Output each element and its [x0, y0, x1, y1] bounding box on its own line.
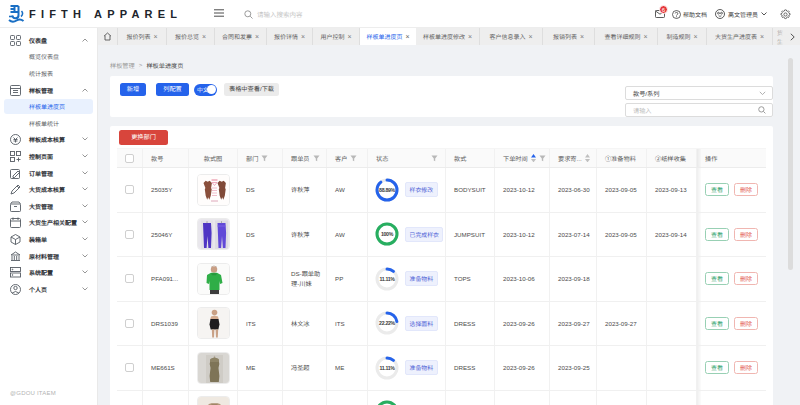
sidebar-item[interactable]: 个人页	[0, 281, 97, 298]
progress-ring: 100%	[374, 399, 400, 405]
column-header-label: 跟单员	[291, 154, 310, 163]
tab-close-icon[interactable]: ×	[468, 33, 472, 40]
breadcrumb-section[interactable]: 样板管理	[110, 61, 135, 70]
sidebar-item[interactable]: 大货成本核算	[0, 181, 97, 198]
menu-collapse-icon[interactable]	[214, 9, 224, 17]
tab-scroll-right-icon[interactable]	[785, 28, 800, 45]
add-button[interactable]: 新增	[120, 83, 146, 96]
notifications-button[interactable]: 6	[655, 10, 665, 18]
tab-item[interactable]: 客户信息录入×	[480, 28, 543, 45]
sidebar-item[interactable]: 样板成本核算	[0, 132, 97, 149]
tab-item[interactable]: 报价列表×	[118, 28, 167, 45]
sidebar-item[interactable]: 概览仪表盘	[0, 49, 97, 66]
tab-item[interactable]: 报价详情×	[267, 28, 313, 45]
tab-item[interactable]: 用户控制×	[313, 28, 360, 45]
column-config-button[interactable]: 列配置	[156, 83, 189, 96]
filter-button[interactable]	[350, 155, 357, 162]
tab-item[interactable]: 查看详细规则×	[595, 28, 658, 45]
delete-button[interactable]: 删除	[734, 272, 758, 285]
style-image[interactable]	[197, 396, 230, 405]
tab-close-icon[interactable]: ×	[255, 33, 259, 40]
filter-button[interactable]	[431, 155, 438, 162]
style-image[interactable]	[197, 218, 230, 250]
tab-close-icon[interactable]: ×	[405, 33, 409, 40]
row-checkbox[interactable]	[125, 274, 134, 283]
sidebar-item-label: 装箱单	[29, 235, 47, 244]
breadcrumb-separator: >	[139, 61, 143, 70]
tab-label: 合同和发票	[222, 32, 252, 41]
tab-item[interactable]: 制造规则×	[658, 28, 707, 45]
tab-active[interactable]: 样板单进度页×	[360, 28, 416, 45]
progress-ring: 11.11%	[374, 266, 400, 292]
sidebar-item[interactable]: 装箱单	[0, 231, 97, 248]
select-all-checkbox[interactable]	[125, 154, 134, 163]
view-button[interactable]: 查看	[705, 317, 729, 330]
sidebar-item[interactable]: 仪表盘	[0, 32, 97, 49]
view-button[interactable]: 查看	[705, 228, 729, 241]
language-toggle[interactable]: 中文	[194, 84, 217, 96]
keyword-input[interactable]: 请输入	[625, 103, 773, 117]
help-docs-button[interactable]: 帮助文档	[672, 10, 707, 19]
row-checkbox[interactable]	[125, 185, 134, 194]
view-button[interactable]: 查看	[705, 183, 729, 196]
sidebar-item[interactable]: 样板管理	[0, 82, 97, 99]
series-select[interactable]: 款号/系列	[625, 86, 773, 100]
tab-item[interactable]: 合同和发票×	[215, 28, 267, 45]
sidebar-item[interactable]: 统计报表	[0, 65, 97, 82]
filter-button[interactable]	[313, 155, 320, 162]
tab-close-icon[interactable]: ×	[580, 33, 584, 40]
toggle-knob	[207, 85, 216, 94]
style-image[interactable]	[197, 352, 230, 384]
change-department-button[interactable]: 更换部门	[119, 130, 168, 145]
user-menu[interactable]: 高文管理员	[715, 9, 767, 19]
column-header: 要求寄...	[550, 149, 597, 167]
cell-order-date: 2023-10-12	[495, 213, 550, 257]
tab-close-icon[interactable]: ×	[202, 33, 206, 40]
style-image[interactable]	[197, 263, 230, 295]
view-button[interactable]: 查看	[705, 272, 729, 285]
cell-step1-date	[597, 346, 647, 390]
sidebar-item[interactable]: 订单管理	[0, 165, 97, 182]
tab-close-icon[interactable]: ×	[301, 33, 305, 40]
style-image[interactable]	[197, 307, 230, 339]
tab-close-icon[interactable]: ×	[760, 33, 764, 40]
tab-close-icon[interactable]: ×	[528, 33, 532, 40]
row-checkbox[interactable]	[125, 230, 134, 239]
tab-close-icon[interactable]: ×	[153, 33, 157, 40]
sort-icon[interactable]	[531, 154, 536, 162]
settings-button[interactable]	[780, 9, 791, 20]
cell-actions: 查看删除	[697, 257, 766, 301]
tab-close-icon[interactable]: ×	[347, 33, 351, 40]
filter-button[interactable]	[261, 155, 268, 162]
sidebar-item[interactable]: 系统配置	[0, 264, 97, 281]
sidebar-item[interactable]: 控制页面	[0, 148, 97, 165]
style-image[interactable]	[197, 174, 230, 206]
row-checkbox[interactable]	[125, 363, 134, 372]
view-download-button[interactable]: 表格中查看/下载	[224, 83, 279, 96]
delete-button[interactable]: 删除	[734, 183, 758, 196]
sidebar-item[interactable]: 大货生产相关配置	[0, 215, 97, 232]
filter-button[interactable]	[539, 155, 546, 162]
delete-button[interactable]: 删除	[734, 317, 758, 330]
sidebar-item[interactable]: 原材料管理	[0, 248, 97, 265]
column-header-label: 下单时间	[503, 154, 528, 163]
delete-button[interactable]: 删除	[734, 361, 758, 374]
sidebar-item[interactable]: 样板单进度页	[0, 98, 97, 115]
tab-item[interactable]: 报价总览×	[167, 28, 215, 45]
tab-item[interactable]: 大货生产进度表×	[707, 28, 773, 45]
tab-close-icon[interactable]: ×	[693, 33, 697, 40]
scrollbar-thumb[interactable]	[788, 58, 793, 270]
sort-icon[interactable]	[585, 154, 590, 162]
tab-item[interactable]: 样板单进度修改×	[416, 28, 480, 45]
sidebar-item[interactable]: 大货管理	[0, 198, 97, 215]
tab-home[interactable]	[98, 28, 118, 45]
chevron-down-icon	[82, 137, 88, 141]
delete-button[interactable]: 删除	[734, 228, 758, 241]
tab-close-icon[interactable]: ×	[643, 33, 647, 40]
cell-department: DS	[238, 213, 283, 257]
sidebar-item[interactable]: 样板单统计	[0, 115, 97, 132]
global-search[interactable]: 请输入搜索内容	[244, 0, 303, 28]
row-checkbox[interactable]	[125, 319, 134, 328]
view-button[interactable]: 查看	[705, 361, 729, 374]
tab-item[interactable]: 报销列表×	[543, 28, 595, 45]
